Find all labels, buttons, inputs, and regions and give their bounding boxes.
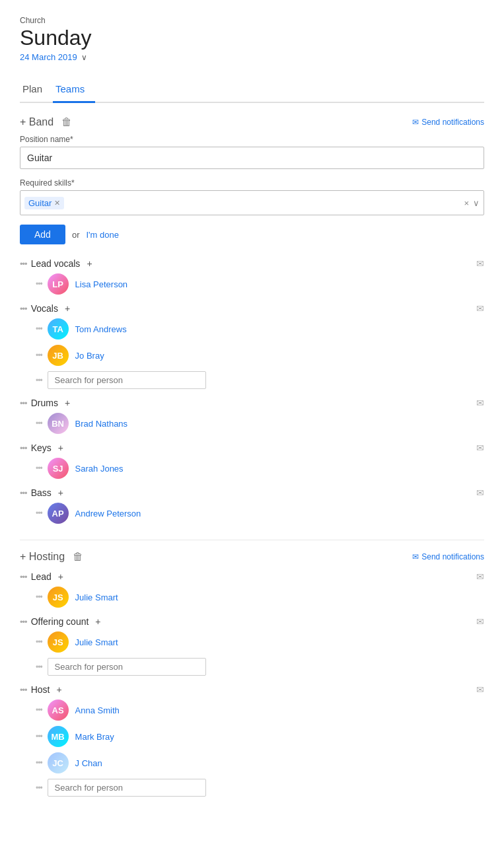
person-name-andrew[interactable]: Andrew Peterson: [75, 509, 141, 519]
avatar-lisa: LP: [48, 273, 69, 295]
add-member-host[interactable]: +: [56, 684, 61, 695]
role-name-host: Host: [31, 684, 50, 695]
drag-dots-jo[interactable]: •••: [36, 351, 42, 360]
tab-plan[interactable]: Plan: [20, 78, 53, 103]
drag-dots-lead-hosting[interactable]: •••: [20, 572, 27, 582]
drag-dots-julie-offering[interactable]: •••: [36, 637, 42, 647]
add-member-keys[interactable]: +: [58, 443, 63, 453]
avatar-tom: TA: [48, 318, 69, 340]
person-julie-smart-lead: ••• JS Julie Smart: [20, 584, 484, 610]
mail-drums-icon[interactable]: ✉: [476, 398, 484, 408]
add-member-bass[interactable]: +: [58, 487, 63, 498]
skills-chevron-icon[interactable]: ∨: [473, 198, 480, 208]
add-hosting-button[interactable]: + Hosting: [20, 551, 65, 563]
role-offering-count: ••• Offering count + ✉ ••• JS Julie Smar…: [20, 614, 484, 678]
mail-host-icon[interactable]: ✉: [476, 684, 484, 695]
mail-lead-vocals-icon[interactable]: ✉: [476, 258, 484, 269]
person-brad-nathans: ••• BN Brad Nathans: [20, 410, 484, 437]
drag-dots-sarah[interactable]: •••: [36, 464, 42, 473]
role-name-bass: Bass: [31, 487, 52, 498]
person-name-tom[interactable]: Tom Andrews: [75, 324, 127, 334]
tab-teams[interactable]: Teams: [53, 78, 95, 103]
add-member-vocals[interactable]: +: [65, 303, 70, 314]
or-text: or: [72, 230, 80, 240]
drag-dots-tom[interactable]: •••: [36, 324, 42, 334]
person-name-jchan[interactable]: J Chan: [75, 758, 102, 768]
drag-dots-bass[interactable]: •••: [20, 488, 27, 498]
avatar-andrew: AP: [48, 503, 69, 524]
search-person-host[interactable]: [48, 779, 206, 797]
search-person-vocals[interactable]: [48, 371, 206, 389]
avatar-julie-offering: JS: [48, 631, 69, 653]
role-bass: ••• Bass + ✉ ••• AP Andrew Peterson: [20, 485, 484, 526]
drag-dots-drums[interactable]: •••: [20, 398, 27, 408]
add-member-lead-vocals[interactable]: +: [87, 258, 92, 269]
search-host: •••: [20, 776, 484, 799]
role-name-drums: Drums: [31, 398, 58, 408]
drag-dots-search-vocals: •••: [36, 376, 42, 385]
add-member-drums[interactable]: +: [65, 398, 70, 408]
person-anna-smith: ••• AS Anna Smith: [20, 697, 484, 723]
drag-dots-lisa[interactable]: •••: [36, 279, 42, 289]
drag-dots-julie-lead[interactable]: •••: [36, 592, 42, 602]
trash-hosting-icon[interactable]: 🗑: [73, 551, 83, 563]
mail-bass-icon[interactable]: ✉: [476, 487, 484, 498]
send-notifications-band[interactable]: ✉ Send notifications: [412, 118, 484, 127]
add-member-offering[interactable]: +: [95, 616, 100, 627]
mail-lead-hosting-icon[interactable]: ✉: [476, 571, 484, 582]
mail-notif-hosting-icon: ✉: [412, 552, 419, 561]
add-band-button[interactable]: + Band: [20, 116, 54, 128]
drag-dots-andrew[interactable]: •••: [36, 509, 42, 518]
role-keys: ••• Keys + ✉ ••• SJ Sarah Jones: [20, 441, 484, 482]
role-name-lead-vocals: Lead vocals: [31, 258, 81, 269]
drag-dots-mark[interactable]: •••: [36, 732, 42, 741]
person-name-anna[interactable]: Anna Smith: [75, 705, 120, 715]
position-name-input[interactable]: [20, 147, 484, 169]
drag-dots-lead-vocals[interactable]: •••: [20, 259, 27, 269]
role-lead-vocals: ••• Lead vocals + ✉ ••• LP Lisa Peterson: [20, 256, 484, 297]
skills-clear-icon[interactable]: ×: [464, 198, 469, 208]
person-name-julie-offering[interactable]: Julie Smart: [75, 637, 118, 647]
date-link[interactable]: 24 March 2019: [20, 52, 77, 62]
drag-dots-search-host: •••: [36, 783, 42, 793]
mail-keys-icon[interactable]: ✉: [476, 443, 484, 453]
mail-offering-icon[interactable]: ✉: [476, 616, 484, 627]
skills-container[interactable]: Guitar ✕ × ∨: [20, 190, 484, 215]
im-done-link[interactable]: I'm done: [86, 230, 118, 240]
add-member-lead-hosting[interactable]: +: [58, 571, 63, 582]
role-lead-hosting: ••• Lead + ✉ ••• JS Julie Smart: [20, 569, 484, 610]
drag-dots-host[interactable]: •••: [20, 685, 27, 695]
search-person-offering[interactable]: [48, 658, 206, 676]
person-name-mark[interactable]: Mark Bray: [75, 732, 114, 742]
drag-dots-anna[interactable]: •••: [36, 705, 42, 715]
avatar-brad: BN: [48, 413, 69, 434]
role-host: ••• Host + ✉ ••• AS Anna Smith ••• MB Ma…: [20, 682, 484, 799]
page-title: Sunday: [20, 26, 484, 50]
person-tom-andrews: ••• TA Tom Andrews: [20, 316, 484, 342]
drag-dots-keys[interactable]: •••: [20, 443, 27, 453]
mail-vocals-icon[interactable]: ✉: [476, 303, 484, 314]
person-jo-bray: ••• JB Jo Bray: [20, 342, 484, 369]
hosting-section: + Hosting 🗑 ✉ Send notifications ••• Lea…: [20, 540, 484, 799]
person-name-lisa[interactable]: Lisa Peterson: [75, 279, 128, 289]
skill-remove-icon[interactable]: ✕: [54, 199, 60, 207]
drag-dots-brad[interactable]: •••: [36, 419, 42, 428]
add-position-button[interactable]: Add: [20, 225, 65, 244]
drag-dots-vocals[interactable]: •••: [20, 304, 27, 314]
role-name-offering: Offering count: [31, 616, 89, 627]
person-name-julie-lead[interactable]: Julie Smart: [75, 592, 118, 602]
person-j-chan: ••• JC J Chan: [20, 750, 484, 776]
send-notifications-hosting[interactable]: ✉ Send notifications: [412, 552, 484, 561]
avatar-anna: AS: [48, 699, 69, 721]
avatar-jchan: JC: [48, 752, 69, 773]
person-name-brad[interactable]: Brad Nathans: [75, 419, 128, 429]
person-name-sarah[interactable]: Sarah Jones: [75, 464, 124, 474]
chevron-down-icon: ∨: [81, 53, 87, 62]
person-name-jo[interactable]: Jo Bray: [75, 351, 104, 361]
tabs-row: Plan Teams: [20, 78, 484, 103]
mail-notif-band-icon: ✉: [412, 118, 419, 127]
drag-dots-offering[interactable]: •••: [20, 617, 27, 627]
trash-band-icon[interactable]: 🗑: [61, 116, 72, 128]
person-andrew-peterson: ••• AP Andrew Peterson: [20, 500, 484, 526]
drag-dots-jchan[interactable]: •••: [36, 758, 42, 768]
